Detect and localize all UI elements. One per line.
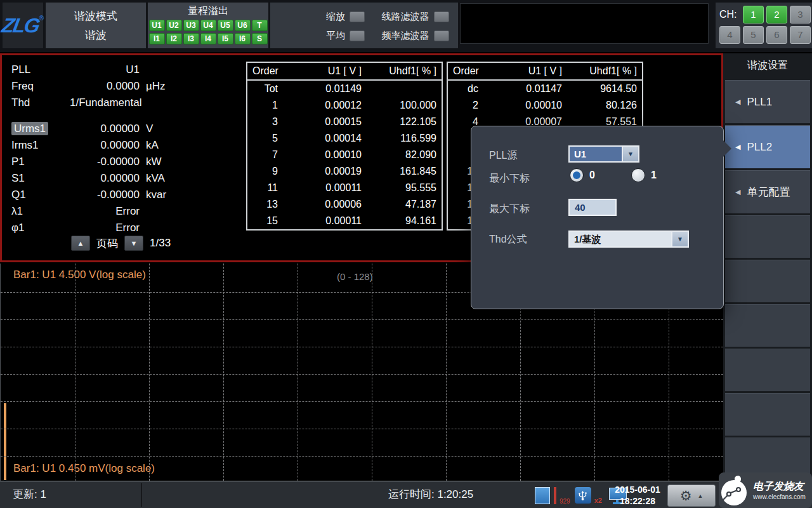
filter-toggle-switch[interactable] [434, 11, 449, 22]
pll-source-dropdown[interactable]: U1 ▼ [568, 145, 639, 163]
table-row: 30.00015122.105 [247, 114, 442, 130]
measurement-value: Error [70, 220, 140, 236]
filter-toggle-switch[interactable] [350, 30, 365, 41]
channel-button-2[interactable]: 2 [766, 6, 787, 23]
message-display [460, 3, 709, 44]
measurement-unit: kA [140, 137, 202, 154]
column-header: U1 [ V ] [485, 63, 567, 79]
dropdown-arrow-icon[interactable]: ▼ [622, 147, 638, 161]
thd-formula-dropdown[interactable]: 1/基波 ▼ [568, 231, 689, 248]
table-cell: dc [448, 81, 485, 97]
measurement-row: Urms10.00000V [11, 121, 202, 137]
usb-icon [575, 487, 591, 504]
range-overflow-title: 量程溢出 [148, 4, 268, 18]
measurement-label[interactable]: φ1 [11, 220, 70, 236]
dc-harmonic-bar [4, 403, 6, 480]
measurement-label[interactable]: Urms1 [11, 121, 70, 137]
radio-button[interactable] [631, 168, 645, 182]
table-row: 150.0001194.161 [247, 213, 442, 229]
top-bar: ZLG ® 谐波模式 谐波 量程溢出 U1U2U3U4U5U6T I1I2I3I… [0, 0, 812, 52]
table-cell: 2 [448, 97, 485, 114]
filter-toggle-switch[interactable] [350, 11, 365, 22]
measurement-unit: kW [140, 154, 202, 170]
table-row: dc0.011479614.50 [448, 81, 642, 97]
zlg-logo: ZLG ® [3, 3, 43, 48]
range-badge-u6: U6 [235, 20, 251, 31]
measurement-label[interactable]: S1 [11, 170, 70, 187]
grid-line-horizontal [1, 401, 723, 402]
channel-button-1[interactable]: 1 [743, 6, 764, 23]
grid-line-vertical [298, 264, 298, 481]
channel-button-5[interactable]: 5 [743, 26, 764, 44]
table-row: 20.0001080.126 [448, 97, 642, 114]
time-value: 18:22:28 [610, 495, 665, 507]
sidebar-item-单元配置[interactable]: ◀单元配置 [725, 170, 810, 213]
page-up-button[interactable]: ▲ [71, 236, 90, 251]
storage-icon [535, 487, 550, 504]
range-badge-i3: I3 [183, 33, 199, 44]
measurement-row: φ1Error [11, 220, 202, 236]
filter-toggle-switch[interactable] [434, 30, 449, 41]
measurement-value: 0.00000 [70, 170, 140, 187]
menu-arrow-icon: ◀ [735, 98, 740, 106]
channel-button-4[interactable]: 4 [719, 26, 740, 44]
measurement-row: P1-0.00000kW [11, 154, 202, 170]
max-index-label: 最大下标 [489, 201, 530, 217]
usb-count: x2 [594, 497, 602, 504]
measurement-label[interactable]: λ1 [11, 203, 70, 220]
dropdown-arrow-icon[interactable]: ▼ [671, 232, 688, 246]
measurement-label[interactable]: Irms1 [11, 137, 70, 154]
sidebar-empty-slot [725, 215, 810, 258]
table-cell: 0.00011 [284, 213, 367, 229]
min-index-option-0[interactable]: 0 [570, 168, 595, 182]
table-cell: 1 [247, 97, 284, 114]
table-cell: 0.00006 [284, 196, 367, 213]
mode-indicator[interactable]: 谐波模式 谐波 [46, 3, 146, 48]
table-row: 130.0000647.187 [247, 196, 442, 213]
channel-selector: CH:1234567 [716, 3, 812, 48]
filter-item-2: 平均 [326, 30, 374, 42]
sidebar-item-pll1[interactable]: ◀PLL1 [725, 80, 810, 123]
sidebar-item-label: 单元配置 [747, 185, 790, 199]
filter-item-1: 线路滤波器 [382, 11, 459, 23]
radio-button[interactable] [570, 168, 584, 182]
sidebar-buttons: ◀PLL1◀PLL2◀单元配置 [725, 80, 810, 480]
measurement-label[interactable]: Q1 [11, 187, 70, 203]
table-header-row: OrderU1 [ V ]Uhdf1[ % ] [247, 63, 442, 81]
table-cell: 0.00010 [284, 147, 367, 163]
radio-label: 1 [651, 170, 657, 181]
range-badge-u5: U5 [218, 20, 233, 31]
settings-menu-button[interactable]: ⚙ ▲ [667, 485, 716, 507]
range-badge-s: S [252, 33, 268, 44]
channel-button-3[interactable]: 3 [790, 6, 811, 23]
pll2-settings-dialog: PLL源 U1 ▼ 最小下标 最大下标 Thd公式 1/基波 ▼ 01 [471, 126, 724, 309]
chart-range-label: (0 - 128) [337, 271, 373, 282]
measurement-row: Irms10.00000kA [11, 137, 202, 154]
table-header-row: OrderU1 [ V ]Uhdf1[ % ] [448, 63, 642, 81]
table-cell: 0.00014 [284, 130, 367, 147]
filter-label: 平均 [326, 30, 345, 42]
range-badge-t: T [252, 20, 268, 31]
measurement-unit: kvar [140, 187, 202, 203]
min-index-option-1[interactable]: 1 [631, 168, 657, 182]
grid-line-vertical [223, 264, 224, 481]
mode-title: 谐波模式 [74, 9, 117, 23]
page-down-button[interactable]: ▼ [124, 236, 143, 251]
pll-info-list: PLLU1Freq0.0000µHzThd1/Fundamental [11, 62, 202, 111]
table-row: 10.00012100.000 [247, 97, 442, 114]
measurement-value: -0.00000 [70, 187, 140, 203]
sidebar-item-pll2[interactable]: ◀PLL2 [725, 125, 810, 168]
table-row: 50.00014116.599 [247, 130, 442, 147]
grid-line-horizontal [1, 347, 723, 347]
measurement-label[interactable]: P1 [11, 154, 70, 170]
channel-button-7[interactable]: 7 [790, 26, 811, 44]
measurement-value: 0.00000 [70, 137, 140, 154]
measurement-unit: µHz [140, 78, 202, 95]
channel-button-6[interactable]: 6 [766, 26, 787, 44]
grid-line-vertical [446, 264, 447, 481]
min-index-label: 最小下标 [489, 171, 530, 186]
logo-text: ZLG [0, 14, 41, 37]
range-badge-u3: U3 [183, 20, 199, 31]
channel-grid: CH:1234567 [716, 3, 812, 44]
max-index-input[interactable] [568, 199, 617, 216]
